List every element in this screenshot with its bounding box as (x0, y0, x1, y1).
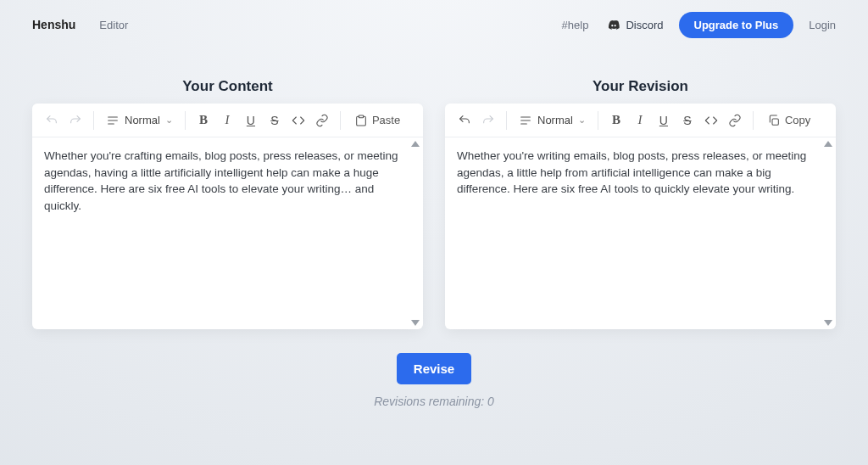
revision-panel-title: Your Revision (445, 78, 836, 95)
redo-icon (481, 114, 495, 127)
underline-button[interactable]: U (653, 109, 675, 132)
bold-button[interactable]: B (192, 109, 214, 132)
undo-icon (45, 114, 58, 127)
paste-button[interactable]: Paste (348, 109, 407, 132)
paste-label: Paste (372, 114, 400, 126)
code-icon (704, 114, 718, 127)
redo-button[interactable] (477, 109, 499, 132)
discord-icon (607, 18, 620, 31)
chevron-down-icon: ⌄ (165, 115, 173, 126)
nav-editor-link[interactable]: Editor (99, 19, 128, 31)
nav-help-link[interactable]: #help (562, 19, 589, 31)
revise-button[interactable]: Revise (397, 353, 471, 384)
revisions-remaining-label: Revisions remaining: 0 (374, 395, 494, 408)
discord-label: Discord (626, 19, 663, 31)
strike-icon: S (270, 114, 278, 127)
paragraph-icon (519, 114, 532, 127)
format-label: Normal (537, 114, 573, 126)
copy-icon (767, 114, 781, 127)
nav-login-link[interactable]: Login (809, 19, 836, 31)
format-label: Normal (125, 114, 160, 126)
italic-icon: I (637, 113, 642, 127)
revision-text: Whether you're writing emails, blog post… (457, 148, 822, 198)
code-icon (292, 114, 305, 127)
bold-icon: B (612, 113, 620, 127)
strike-button[interactable]: S (676, 109, 698, 132)
svg-rect-3 (359, 115, 363, 118)
italic-button[interactable]: I (629, 109, 651, 132)
scroll-up-icon[interactable] (411, 141, 420, 147)
italic-icon: I (225, 113, 229, 127)
content-textarea[interactable]: Whether you're crafting emails, blog pos… (32, 137, 423, 329)
link-button[interactable] (724, 109, 746, 132)
undo-button[interactable] (41, 109, 63, 132)
svg-rect-7 (772, 119, 778, 125)
nav-discord-link[interactable]: Discord (607, 18, 663, 31)
undo-button[interactable] (453, 109, 476, 132)
copy-button[interactable]: Copy (760, 109, 817, 132)
content-panel: Your Content Normal ⌄ B I U S (32, 78, 423, 329)
paragraph-icon (106, 114, 120, 127)
copy-label: Copy (785, 114, 810, 126)
code-button[interactable] (700, 109, 722, 132)
code-button[interactable] (287, 109, 309, 132)
revision-toolbar: Normal ⌄ B I U S Copy (445, 104, 836, 137)
link-button[interactable] (311, 109, 333, 132)
scroll-down-icon[interactable] (411, 320, 420, 326)
content-text: Whether you're crafting emails, blog pos… (44, 148, 409, 214)
underline-icon: U (247, 114, 255, 127)
revision-panel: Your Revision Normal ⌄ B I U S (445, 78, 836, 329)
undo-icon (458, 114, 471, 127)
underline-button[interactable]: U (240, 109, 262, 132)
upgrade-button[interactable]: Upgrade to Plus (679, 12, 794, 38)
paste-icon (354, 114, 368, 127)
italic-button[interactable]: I (216, 109, 238, 132)
redo-icon (69, 114, 82, 127)
navbar: Henshu Editor #help Discord Upgrade to P… (0, 0, 868, 41)
chevron-down-icon: ⌄ (578, 115, 586, 126)
scroll-down-icon[interactable] (824, 320, 832, 326)
format-select[interactable]: Normal ⌄ (101, 109, 178, 132)
brand-logo[interactable]: Henshu (32, 18, 75, 31)
revision-textarea[interactable]: Whether you're writing emails, blog post… (445, 137, 836, 329)
link-icon (315, 114, 329, 127)
content-toolbar: Normal ⌄ B I U S Paste (32, 104, 423, 137)
link-icon (728, 114, 742, 127)
underline-icon: U (659, 114, 668, 127)
content-editor: Normal ⌄ B I U S Paste Whether you're cr… (32, 104, 423, 329)
bold-icon: B (199, 113, 208, 127)
content-panel-title: Your Content (32, 78, 423, 95)
revision-editor: Normal ⌄ B I U S Copy Whether you're wri… (445, 104, 836, 329)
scroll-up-icon[interactable] (824, 141, 832, 147)
format-select[interactable]: Normal ⌄ (514, 109, 591, 132)
strike-button[interactable]: S (264, 109, 286, 132)
redo-button[interactable] (64, 109, 86, 132)
bold-button[interactable]: B (605, 109, 627, 132)
strike-icon: S (683, 114, 691, 127)
